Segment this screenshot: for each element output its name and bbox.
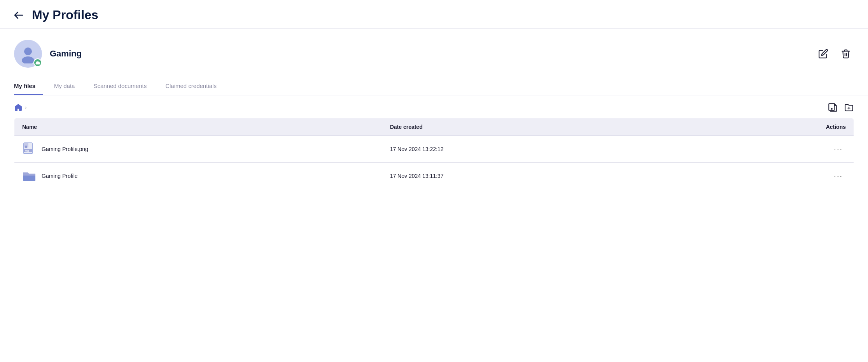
home-icon (14, 103, 23, 112)
table-row: PNG Gaming Profile.png 17 Nov 2024 13:22… (14, 136, 854, 163)
edit-icon (818, 49, 828, 59)
folder-file-icon (22, 170, 36, 182)
tab-my-data[interactable]: My data (54, 79, 82, 95)
file-name-text: Gaming Profile.png (42, 146, 88, 152)
svg-point-0 (24, 47, 32, 55)
folder-icon (22, 169, 36, 183)
avatar-wrapper (14, 40, 42, 68)
breadcrumb-actions (828, 102, 854, 112)
column-actions: Actions (693, 118, 854, 136)
breadcrumb: › (14, 103, 27, 112)
cloud-badge (33, 58, 42, 67)
file-name-cell: PNG Gaming Profile.png (14, 136, 382, 163)
profile-actions (817, 47, 852, 60)
svg-point-1 (22, 56, 34, 63)
file-more-button[interactable]: ··· (831, 143, 846, 155)
profile-name: Gaming (50, 49, 82, 59)
png-file-icon: PNG (22, 142, 36, 156)
table-body: PNG Gaming Profile.png 17 Nov 2024 13:22… (14, 136, 854, 190)
breadcrumb-bar: › (14, 95, 854, 118)
file-date-cell: 17 Nov 2024 13:22:12 (382, 136, 693, 163)
file-actions-cell: ··· (693, 136, 854, 163)
page-title: My Profiles (32, 8, 98, 22)
svg-text:PNG: PNG (25, 150, 29, 152)
svg-rect-9 (25, 146, 27, 148)
cloud-icon (35, 61, 40, 65)
profile-section: Gaming (0, 29, 868, 68)
tab-my-files[interactable]: My files (14, 79, 43, 95)
tabs-container: My files My data Scanned documents Claim… (14, 79, 868, 95)
breadcrumb-separator: › (25, 104, 27, 111)
file-icon: PNG (22, 142, 36, 156)
folder-name-text: Gaming Profile (42, 173, 78, 179)
new-folder-icon (844, 102, 854, 112)
column-date-created: Date created (382, 118, 693, 136)
folder-name-cell: Gaming Profile (14, 163, 382, 190)
table-header: Name Date created Actions (14, 118, 854, 136)
table-row: Gaming Profile 17 Nov 2024 13:11:37 ··· (14, 163, 854, 190)
profile-info: Gaming (14, 40, 82, 68)
file-browser: › Name Date creat (0, 95, 868, 190)
folder-date-cell: 17 Nov 2024 13:11:37 (382, 163, 693, 190)
tab-claimed-credentials[interactable]: Claimed credentials (165, 79, 224, 95)
trash-icon (841, 49, 851, 59)
page-header: My Profiles (0, 0, 868, 29)
home-button[interactable] (14, 103, 23, 112)
folder-more-button[interactable]: ··· (831, 170, 846, 182)
edit-profile-button[interactable] (817, 47, 830, 60)
file-table: Name Date created Actions PNG (14, 118, 854, 190)
new-folder-button[interactable] (844, 102, 854, 112)
folder-actions-cell: ··· (693, 163, 854, 190)
upload-file-button[interactable] (828, 102, 838, 112)
column-name: Name (14, 118, 382, 136)
delete-profile-button[interactable] (839, 47, 852, 60)
upload-file-icon (828, 102, 838, 112)
back-button[interactable] (12, 9, 26, 21)
tab-scanned-documents[interactable]: Scanned documents (93, 79, 154, 95)
